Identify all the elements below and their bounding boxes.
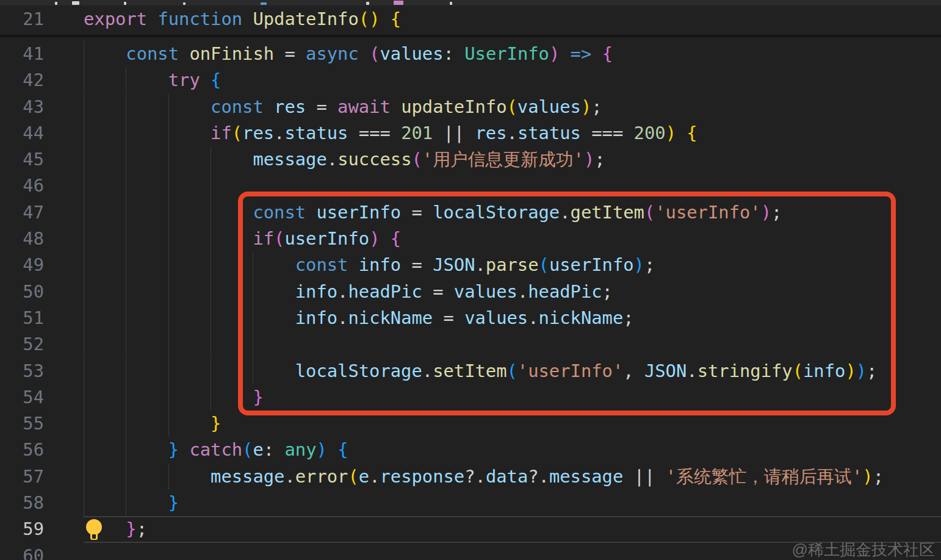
code-line-48[interactable]: 48 if(userInfo) { (0, 226, 941, 252)
line-number[interactable]: 55 (0, 411, 44, 437)
code-line-44[interactable]: 44 if(res.status === 201 || res.status =… (0, 120, 941, 146)
code-token: message (211, 466, 284, 487)
code-text: const userInfo = localStorage.getItem('u… (84, 199, 782, 226)
code-line-46[interactable]: 46 (0, 173, 941, 199)
code-token: data (486, 466, 528, 487)
code-token: || (433, 123, 475, 143)
code-token: UpdateInfo (253, 9, 358, 29)
code-line-57[interactable]: 57 message.error(e.response?.data?.messa… (0, 464, 941, 490)
line-number[interactable]: 49 (0, 252, 44, 278)
code-token: === (581, 123, 634, 143)
code-token: info (348, 254, 401, 275)
line-number[interactable]: 57 (0, 464, 44, 490)
code-token: } (126, 519, 136, 539)
code-token: = (422, 281, 454, 302)
code-editor[interactable]: 21export function UpdateInfo() {41 const… (0, 0, 941, 560)
code-token: const (126, 43, 179, 64)
code-token: headPic (348, 281, 422, 302)
indent-guide (168, 173, 169, 199)
code-text: } (84, 411, 221, 437)
line-number[interactable]: 48 (0, 226, 44, 252)
code-line-41[interactable]: 41 const onFinish = async (values: UserI… (0, 41, 941, 67)
code-token: . (337, 307, 348, 328)
line-number[interactable]: 50 (0, 279, 44, 305)
code-token: userInfo (549, 254, 634, 275)
code-token (84, 281, 295, 302)
line-number[interactable]: 43 (0, 94, 44, 120)
code-line-56[interactable]: 56 } catch(e: any) { (0, 437, 941, 463)
line-number[interactable]: 53 (0, 358, 44, 384)
code-text: message.error(e.response?.data?.message … (84, 464, 884, 490)
code-token (179, 439, 189, 460)
line-number[interactable]: 54 (0, 384, 44, 411)
code-token: response (380, 466, 464, 487)
code-token: = (401, 254, 433, 275)
code-line-53[interactable]: 53 localStorage.setItem('userInfo', JSON… (0, 358, 941, 384)
code-token: res (264, 96, 306, 117)
code-line-45[interactable]: 45 message.success('用户信息更新成功'); (0, 146, 941, 173)
code-token (591, 43, 602, 64)
code-line-47[interactable]: 47 const userInfo = localStorage.getItem… (0, 199, 941, 226)
code-text: if(userInfo) { (84, 226, 401, 252)
line-number[interactable]: 51 (0, 305, 44, 331)
code-token: ) (761, 202, 771, 223)
code-text: message.success('用户信息更新成功'); (84, 146, 605, 173)
code-token (380, 228, 390, 249)
code-line-43[interactable]: 43 const res = await updateInfo(values); (0, 94, 941, 120)
code-text: info.headPic = values.headPic; (84, 279, 613, 305)
code-token: . (475, 254, 486, 275)
code-token (84, 70, 168, 90)
line-number[interactable]: 46 (0, 173, 44, 199)
code-token: ( (232, 123, 242, 143)
code-token: function (157, 9, 242, 29)
code-token (359, 43, 369, 64)
line-number[interactable]: 21 (0, 6, 44, 32)
line-number[interactable]: 58 (0, 490, 44, 516)
line-number[interactable]: 52 (0, 331, 44, 357)
code-token: ( (369, 43, 380, 64)
code-line-58[interactable]: 58 } (0, 490, 941, 516)
code-line-52[interactable]: 52 (0, 331, 941, 357)
code-line-55[interactable]: 55 } (0, 411, 941, 437)
code-token: info (295, 281, 337, 302)
code-line-54[interactable]: 54 } (0, 384, 941, 411)
line-number[interactable]: 45 (0, 146, 44, 173)
code-rows: 21export function UpdateInfo() {41 const… (0, 0, 941, 560)
code-line-59[interactable]: 59 }; (0, 516, 941, 542)
code-token: => (571, 43, 592, 64)
code-token: updateInfo (391, 96, 507, 117)
code-line-49[interactable]: 49 const info = JSON.parse(userInfo); (0, 252, 941, 278)
indent-guide (168, 331, 169, 357)
line-number[interactable]: 47 (0, 199, 44, 226)
code-token: === (348, 123, 401, 143)
code-token: stringify (698, 361, 793, 381)
code-token: ) (845, 361, 856, 381)
code-token (84, 413, 211, 434)
code-token: status (517, 123, 581, 143)
code-text: } (84, 384, 264, 411)
line-number[interactable]: 60 (0, 543, 44, 560)
line-number[interactable]: 56 (0, 437, 44, 463)
code-token: message (253, 149, 326, 170)
watermark: @稀土掘金技术社区 (792, 540, 935, 559)
code-text: export function UpdateInfo() { (84, 6, 401, 32)
code-token: info (295, 307, 337, 328)
code-token: } (168, 439, 179, 460)
line-number[interactable]: 59 (0, 516, 44, 542)
code-token: ; (644, 254, 655, 275)
code-token: . (687, 361, 697, 381)
code-token: ( (412, 149, 422, 170)
code-text: } (84, 490, 179, 516)
code-token: const (211, 96, 264, 117)
code-token: any (284, 439, 316, 460)
code-line-42[interactable]: 42 try { (0, 67, 941, 93)
line-number[interactable]: 42 (0, 67, 44, 93)
code-token: } (253, 387, 263, 407)
code-line-51[interactable]: 51 info.nickName = values.nickName; (0, 305, 941, 331)
code-token: ; (873, 466, 884, 487)
line-number[interactable]: 41 (0, 41, 44, 67)
code-line-50[interactable]: 50 info.headPic = values.headPic; (0, 279, 941, 305)
line-number[interactable]: 44 (0, 120, 44, 146)
code-line-21[interactable]: 21export function UpdateInfo() { (0, 6, 941, 32)
code-text: }; (84, 516, 147, 542)
